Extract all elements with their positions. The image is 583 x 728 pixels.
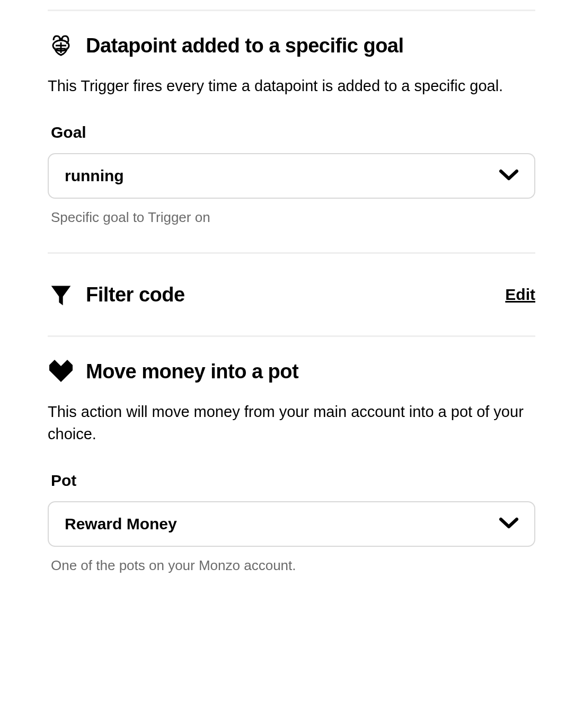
edit-link[interactable]: Edit bbox=[505, 286, 535, 304]
filter-icon bbox=[48, 281, 74, 308]
trigger-section: Datapoint added to a specific goal This … bbox=[48, 11, 535, 252]
action-section: Move money into a pot This action will m… bbox=[48, 337, 535, 600]
goal-hint: Specific goal to Trigger on bbox=[48, 209, 535, 226]
trigger-description: This Trigger fires every time a datapoin… bbox=[48, 75, 535, 97]
action-description: This action will move money from your ma… bbox=[48, 401, 535, 445]
monzo-icon bbox=[48, 358, 74, 385]
chevron-down-icon bbox=[499, 169, 518, 183]
pot-select[interactable]: Reward Money bbox=[48, 501, 535, 547]
beeminder-icon bbox=[48, 32, 74, 59]
goal-select[interactable]: running bbox=[48, 153, 535, 199]
pot-label: Pot bbox=[48, 472, 535, 490]
filter-section: Filter code Edit bbox=[48, 254, 535, 335]
chevron-down-icon bbox=[499, 517, 518, 531]
trigger-title: Datapoint added to a specific goal bbox=[86, 34, 404, 57]
trigger-header: Datapoint added to a specific goal bbox=[48, 32, 535, 59]
pot-select-value: Reward Money bbox=[65, 515, 177, 533]
action-title: Move money into a pot bbox=[86, 360, 298, 383]
filter-title: Filter code bbox=[86, 283, 185, 306]
action-header: Move money into a pot bbox=[48, 358, 535, 385]
pot-hint: One of the pots on your Monzo account. bbox=[48, 557, 535, 574]
goal-select-value: running bbox=[65, 167, 124, 185]
goal-label: Goal bbox=[48, 123, 535, 141]
